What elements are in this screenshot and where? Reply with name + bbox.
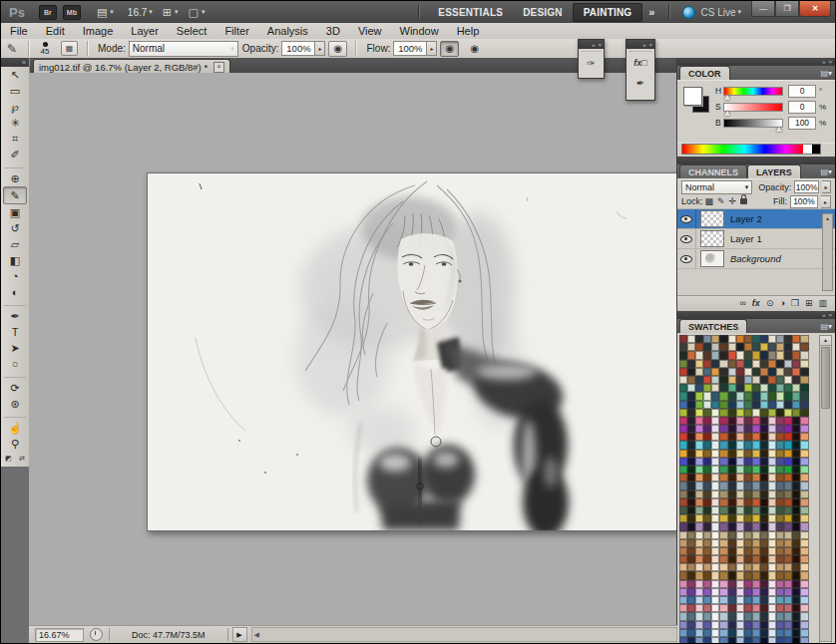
layer-styles-icon[interactable]: fx□ xyxy=(630,54,650,72)
visibility-toggle[interactable] xyxy=(677,209,696,228)
swatch[interactable] xyxy=(719,466,727,474)
swatch[interactable] xyxy=(679,629,687,637)
swatch[interactable] xyxy=(679,498,687,506)
swatch[interactable] xyxy=(776,482,784,489)
swatch[interactable] xyxy=(703,547,711,555)
swatch[interactable] xyxy=(752,637,760,644)
swatch[interactable] xyxy=(776,351,784,359)
swatch[interactable] xyxy=(760,506,768,514)
swatch[interactable] xyxy=(687,351,695,359)
swatch[interactable] xyxy=(744,506,752,514)
layer-thumbnail[interactable] xyxy=(700,210,724,227)
swatch[interactable] xyxy=(679,563,687,571)
swatch[interactable] xyxy=(687,531,695,539)
swatch[interactable] xyxy=(800,351,808,359)
swatch[interactable] xyxy=(752,466,760,474)
swatch[interactable] xyxy=(768,588,776,596)
swatch[interactable] xyxy=(800,433,808,441)
swatch[interactable] xyxy=(776,458,784,466)
swatch[interactable] xyxy=(728,514,736,522)
swatch[interactable] xyxy=(679,604,687,612)
swatch[interactable] xyxy=(711,588,719,596)
swatch[interactable] xyxy=(703,351,711,359)
swatch[interactable] xyxy=(776,571,784,579)
swatch[interactable] xyxy=(768,506,776,514)
swatch[interactable] xyxy=(776,580,784,588)
swatch[interactable] xyxy=(792,425,800,433)
swatch[interactable] xyxy=(736,621,744,629)
swatch[interactable] xyxy=(760,417,768,425)
swatch[interactable] xyxy=(695,580,703,588)
swatch[interactable] xyxy=(744,368,752,376)
swatch[interactable] xyxy=(800,563,808,571)
swatch[interactable] xyxy=(736,555,744,563)
swatch[interactable] xyxy=(679,384,687,392)
swatch[interactable] xyxy=(760,514,768,522)
swatch[interactable] xyxy=(776,498,784,506)
swatch[interactable] xyxy=(760,441,768,449)
swatch[interactable] xyxy=(776,433,784,441)
swatch[interactable] xyxy=(776,514,784,522)
swatch[interactable] xyxy=(800,401,808,409)
swatch[interactable] xyxy=(744,580,752,588)
swatch[interactable] xyxy=(784,637,792,644)
swatch[interactable] xyxy=(752,555,760,563)
swatch[interactable] xyxy=(752,351,760,359)
swatch[interactable] xyxy=(703,621,711,629)
swatch[interactable] xyxy=(784,621,792,629)
swatch[interactable] xyxy=(792,539,800,547)
swatch[interactable] xyxy=(760,547,768,555)
swatch[interactable] xyxy=(679,539,687,547)
swatch[interactable] xyxy=(728,531,736,539)
swatch[interactable] xyxy=(792,629,800,637)
collapse-icon[interactable]: « xyxy=(822,312,825,318)
swatch[interactable] xyxy=(703,604,711,612)
swatch[interactable] xyxy=(752,621,760,629)
swatch[interactable] xyxy=(760,531,768,539)
swatch[interactable] xyxy=(760,425,768,433)
swatch[interactable] xyxy=(760,629,768,637)
swatch[interactable] xyxy=(760,539,768,547)
swatch[interactable] xyxy=(711,571,719,579)
swatch[interactable] xyxy=(800,621,808,629)
swatch[interactable] xyxy=(703,629,711,637)
swatch[interactable] xyxy=(768,596,776,604)
swatch[interactable] xyxy=(711,466,719,474)
swatch[interactable] xyxy=(703,531,711,539)
foreground-color-swatch[interactable] xyxy=(683,87,702,106)
swatch[interactable] xyxy=(800,547,808,555)
swatch[interactable] xyxy=(760,474,768,482)
swatch[interactable] xyxy=(768,335,776,343)
swatch[interactable] xyxy=(784,425,792,433)
swatch[interactable] xyxy=(760,343,768,351)
swatch[interactable] xyxy=(687,571,695,579)
swatch[interactable] xyxy=(776,490,784,498)
swatch[interactable] xyxy=(784,458,792,466)
swatch[interactable] xyxy=(719,384,727,392)
swatch[interactable] xyxy=(703,612,711,620)
swatch[interactable] xyxy=(719,629,727,637)
swatch[interactable] xyxy=(695,401,703,409)
swatch[interactable] xyxy=(719,588,727,596)
swatch[interactable] xyxy=(736,531,744,539)
swatch[interactable] xyxy=(736,409,744,417)
swatch[interactable] xyxy=(687,376,695,384)
swatch[interactable] xyxy=(744,425,752,433)
swatch[interactable] xyxy=(752,588,760,596)
swatch[interactable] xyxy=(792,458,800,466)
bridge-button[interactable]: Br xyxy=(39,5,57,20)
swatch[interactable] xyxy=(687,409,695,417)
swatch[interactable] xyxy=(703,522,711,530)
swatch[interactable] xyxy=(792,376,800,384)
swatch[interactable] xyxy=(703,425,711,433)
swatch[interactable] xyxy=(776,360,784,368)
swatch[interactable] xyxy=(792,563,800,571)
swatch[interactable] xyxy=(800,580,808,588)
swatch[interactable] xyxy=(728,433,736,441)
swatch[interactable] xyxy=(728,506,736,514)
swatch[interactable] xyxy=(703,539,711,547)
swatch[interactable] xyxy=(768,571,776,579)
swatch[interactable] xyxy=(784,376,792,384)
swatch[interactable] xyxy=(687,466,695,474)
swatch[interactable] xyxy=(776,343,784,351)
